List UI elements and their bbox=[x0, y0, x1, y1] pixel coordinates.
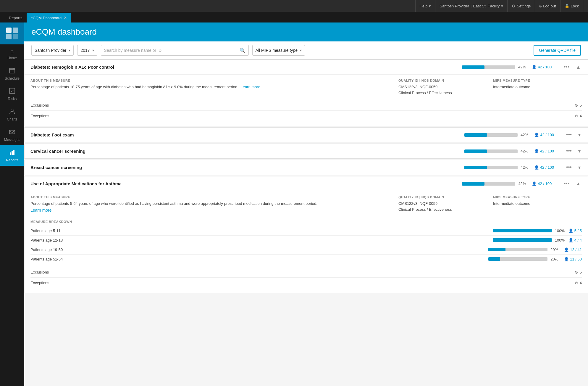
mips-label-5: MIPS MEASURE TYPE bbox=[493, 195, 582, 199]
generate-qrda-button[interactable]: Generate QRDA file bbox=[534, 45, 581, 56]
measure-detail-5: ABOUT THIS MEASURE Percentage of patient… bbox=[25, 191, 588, 293]
breakdown-pct-5-2: 100% bbox=[555, 238, 566, 242]
learn-more-link-1[interactable]: Learn more bbox=[240, 85, 260, 89]
home-icon: ⌂ bbox=[10, 48, 14, 55]
about-text-1: Percentage of patients 18-75 years of ag… bbox=[30, 84, 392, 90]
help-menu[interactable]: Help ▾ bbox=[415, 0, 436, 12]
tab-bar: Reports eCQM Dashboard × bbox=[0, 12, 588, 22]
progress-bar-fill-3 bbox=[464, 149, 487, 153]
patient-count-value-3: 42 / 100 bbox=[540, 149, 554, 153]
quality-label-1: QUALITY ID | NQS DOMAIN bbox=[398, 79, 487, 82]
measure-card-2: Diabetes: Foot exam 42% 👤 42 / 100 ••• ▾ bbox=[24, 127, 588, 142]
sidebar-item-schedule[interactable]: Schedule bbox=[0, 64, 24, 84]
sidebar-item-reports[interactable]: Reports bbox=[0, 145, 24, 166]
sidebar-item-charts[interactable]: Charts bbox=[0, 104, 24, 125]
learn-more-link-5[interactable]: Learn more bbox=[30, 208, 392, 213]
measure-progress-1: 42% 👤 42 / 100 ••• ▲ bbox=[462, 64, 582, 70]
filter-bar: Santosh Provider ▾ 2017 ▾ 🔍 All MIPS mea… bbox=[24, 41, 588, 59]
reports-icon bbox=[9, 149, 15, 157]
patient-count-value-2: 42 / 100 bbox=[540, 133, 554, 137]
detail-quality-1: QUALITY ID | NQS DOMAIN CMS122v3, NQF-00… bbox=[398, 79, 487, 96]
exceptions-row-5: Exceptions ⊘ 4 bbox=[30, 277, 582, 288]
year-select[interactable]: 2017 ▾ bbox=[77, 45, 97, 56]
expand-btn-4[interactable]: ▾ bbox=[577, 165, 582, 170]
expand-btn-2[interactable]: ▾ bbox=[577, 132, 582, 138]
measure-type-select[interactable]: All MIPS measure type ▾ bbox=[252, 45, 305, 56]
measure-header-3[interactable]: Cervical cancer screening 42% 👤 42 / 100… bbox=[25, 144, 588, 158]
lock-item[interactable]: 🔒 Lock bbox=[560, 0, 583, 12]
more-options-4[interactable]: ••• bbox=[564, 164, 574, 171]
provider-select[interactable]: Santosh Provider ▾ bbox=[31, 45, 74, 56]
patient-icon-2: 👤 bbox=[534, 133, 539, 137]
exceptions-label-5: Exceptions bbox=[30, 281, 49, 285]
breakdown-count-5-4: 👤 11 / 50 bbox=[564, 257, 582, 261]
sidebar-home-label: Home bbox=[7, 56, 17, 60]
about-label-1: ABOUT THIS MEASURE bbox=[30, 79, 392, 82]
search-box[interactable]: 🔍 bbox=[101, 45, 249, 56]
provider-name: Santosh Provider bbox=[440, 4, 469, 8]
charts-person-icon bbox=[9, 108, 15, 116]
quality-id-1: CMS122v3, NQF-0059 bbox=[398, 84, 487, 90]
collapse-btn-5[interactable]: ▲ bbox=[575, 181, 582, 186]
settings-item[interactable]: ⚙ Settings bbox=[508, 0, 535, 12]
exception-value-1: 4 bbox=[580, 114, 582, 118]
patient-count-3: 👤 42 / 100 bbox=[534, 149, 561, 153]
search-input[interactable] bbox=[104, 48, 237, 53]
svg-point-9 bbox=[11, 109, 13, 111]
about-description-1: Percentage of patients 18-75 years of ag… bbox=[30, 85, 238, 89]
page-title: eCQM dashboard bbox=[31, 27, 581, 37]
measure-header-5[interactable]: Use of Appropriate Medications for Asthm… bbox=[25, 176, 588, 191]
svg-rect-4 bbox=[9, 68, 15, 73]
top-nav: Help ▾ Santosh Provider | East St. Facil… bbox=[0, 0, 588, 12]
measure-header-1[interactable]: Diabetes: Hemoglobin A1c Poor control 42… bbox=[25, 60, 588, 74]
measure-progress-5: 42% 👤 42 / 100 ••• ▲ bbox=[462, 181, 582, 187]
breakdown-bar-container-5-4 bbox=[488, 257, 547, 261]
expand-btn-3[interactable]: ▾ bbox=[577, 148, 582, 154]
help-label: Help bbox=[420, 4, 428, 8]
measure-header-2[interactable]: Diabetes: Foot exam 42% 👤 42 / 100 ••• ▾ bbox=[25, 128, 588, 142]
measure-progress-4: 42% 👤 42 / 100 ••• ▾ bbox=[464, 164, 582, 171]
detail-mips-5: MIPS MEASURE TYPE Intermediate outcome bbox=[493, 195, 582, 213]
progress-pct-4: 42% bbox=[521, 165, 531, 170]
tab-reports[interactable]: Reports bbox=[5, 13, 27, 22]
separator: | bbox=[471, 4, 471, 8]
patient-count-1: 👤 42 / 100 bbox=[532, 65, 558, 69]
sidebar-messages-label: Messages bbox=[4, 138, 20, 142]
sidebar-item-tasks[interactable]: Tasks bbox=[0, 84, 24, 104]
measure-card-3: Cervical cancer screening 42% 👤 42 / 100… bbox=[24, 144, 588, 159]
tab-ecqm[interactable]: eCQM Dashboard × bbox=[27, 13, 71, 22]
tab-reports-label: Reports bbox=[9, 16, 22, 20]
year-chevron-icon: ▾ bbox=[92, 48, 94, 52]
more-options-5[interactable]: ••• bbox=[561, 181, 572, 187]
provider-facility[interactable]: Santosh Provider | East St. Facility ▾ bbox=[435, 0, 508, 12]
sidebar-schedule-label: Schedule bbox=[5, 76, 20, 81]
main-layout: ⌂ Home Schedule Tasks Charts Messages bbox=[0, 22, 588, 386]
svg-rect-12 bbox=[12, 151, 13, 155]
measure-header-4[interactable]: Breast cancer screening 42% 👤 42 / 100 •… bbox=[25, 160, 588, 175]
mips-type-1: Intermediate outcome bbox=[493, 84, 582, 90]
progress-pct-2: 42% bbox=[521, 133, 531, 137]
measure-card-4: Breast cancer screening 42% 👤 42 / 100 •… bbox=[24, 160, 588, 175]
more-options-2[interactable]: ••• bbox=[564, 132, 574, 138]
exclusions-label-1: Exclusions bbox=[30, 103, 49, 107]
exception-ban-icon-1: ⊘ bbox=[575, 114, 578, 118]
progress-bar-container-4 bbox=[464, 166, 518, 169]
tab-close-icon[interactable]: × bbox=[64, 15, 67, 20]
logout-item[interactable]: ⎋ Log out bbox=[535, 0, 560, 12]
measure-detail-1: ABOUT THIS MEASURE Percentage of patient… bbox=[25, 74, 588, 126]
sidebar-item-messages[interactable]: Messages bbox=[0, 125, 24, 145]
settings-label: Settings bbox=[517, 4, 531, 8]
more-options-1[interactable]: ••• bbox=[561, 64, 572, 70]
breakdown-bar-container-5-2 bbox=[493, 238, 552, 242]
search-icon: 🔍 bbox=[240, 48, 245, 53]
patient-icon-5: 👤 bbox=[532, 181, 537, 186]
exception-value-5: 4 bbox=[580, 281, 582, 285]
sidebar-item-home[interactable]: ⌂ Home bbox=[0, 44, 24, 64]
breakdown-bar-fill-5-3 bbox=[488, 248, 505, 251]
svg-rect-13 bbox=[13, 150, 14, 155]
breakdown-patient-icon-5-2: 👤 bbox=[568, 238, 573, 242]
collapse-btn-1[interactable]: ▲ bbox=[575, 65, 582, 70]
exclusions-count-1: ⊘ 5 bbox=[575, 103, 582, 107]
more-options-3[interactable]: ••• bbox=[564, 148, 574, 154]
logout-icon: ⎋ bbox=[539, 4, 542, 8]
